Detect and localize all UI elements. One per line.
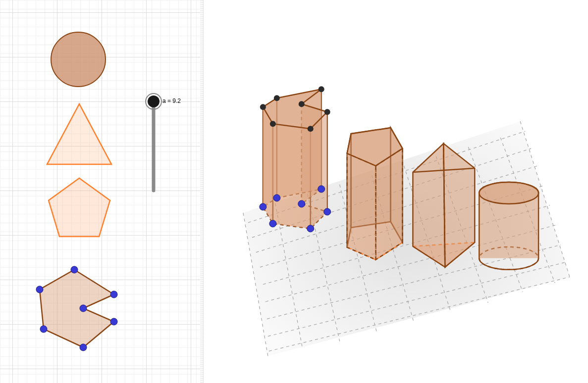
svg-point-56 [260, 203, 267, 210]
slider-thumb[interactable] [148, 96, 160, 107]
slider-a[interactable] [146, 94, 161, 191]
svg-point-60 [324, 109, 330, 115]
pentagon-shape[interactable] [49, 178, 110, 237]
geogebra-app: a = 9.2 [0, 0, 588, 383]
polygon-vertex[interactable] [36, 286, 43, 293]
svg-point-53 [324, 208, 331, 215]
polygon-vertex[interactable] [110, 318, 117, 325]
svg-point-54 [307, 225, 314, 232]
svg-point-62 [270, 121, 276, 127]
svg-point-61 [308, 126, 314, 132]
polygon-vertex[interactable] [40, 326, 47, 333]
svg-point-22 [479, 182, 538, 204]
cylinder-prism[interactable] [479, 182, 538, 270]
polygon-vertex[interactable] [110, 291, 117, 298]
svg-marker-0 [40, 270, 114, 347]
svg-point-63 [260, 104, 266, 110]
circle-shape[interactable] [51, 32, 106, 87]
graphics-3d-panel[interactable] [204, 0, 588, 383]
svg-point-52 [298, 200, 305, 207]
polygon-vertex[interactable] [80, 305, 87, 312]
svg-point-59 [299, 101, 305, 107]
svg-point-58 [319, 86, 324, 92]
svg-point-50 [273, 194, 280, 201]
svg-marker-33 [347, 153, 376, 260]
free-polygon-shape[interactable] [36, 266, 117, 351]
free-polygon-prism[interactable] [260, 86, 331, 232]
svg-point-57 [274, 95, 280, 101]
polygon-vertex[interactable] [80, 344, 87, 351]
triangle-shape[interactable] [47, 104, 111, 164]
slider-label: a = 9.2 [162, 97, 181, 104]
svg-marker-47 [273, 124, 311, 229]
pentagonal-prism[interactable] [347, 128, 403, 260]
svg-point-55 [269, 220, 276, 227]
svg-marker-32 [376, 148, 403, 260]
graphics-2d-svg[interactable] [0, 0, 203, 383]
graphics-2d-panel[interactable]: a = 9.2 [0, 0, 204, 383]
polygon-vertex[interactable] [71, 266, 78, 273]
graphics-3d-svg[interactable] [204, 0, 588, 383]
svg-point-51 [318, 186, 325, 192]
